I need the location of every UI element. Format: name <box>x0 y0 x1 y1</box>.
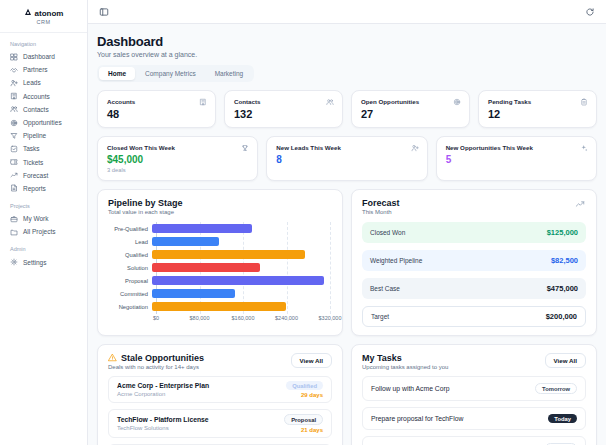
opportunity-company: TechFlow Solutions <box>117 425 209 431</box>
task-row[interactable]: Schedule demo with Horizon Labs Feb 25 <box>362 436 586 445</box>
stale-opportunity-row[interactable]: Acme Corp - Enterprise Plan Acme Corpora… <box>108 376 332 403</box>
kpi-row: Accounts 48 Contacts 132 Open Opportunit… <box>97 90 597 128</box>
stat-label: Closed Won This Week <box>107 144 248 151</box>
tab-marketing[interactable]: Marketing <box>206 67 253 80</box>
bar-solution[interactable] <box>152 263 260 272</box>
logo-icon <box>24 8 32 18</box>
forecast-card: Forecast This Month Closed Won $125,000 … <box>351 189 597 336</box>
x-tick-label: $80,000 <box>190 315 210 321</box>
bar-track <box>152 302 330 311</box>
chart-row-qualified: Qualified <box>108 248 332 261</box>
main-area: Dashboard Your sales overview at a glanc… <box>88 0 606 445</box>
sidebar-item-forecast[interactable]: Forecast <box>0 169 87 182</box>
sidebar-item-settings[interactable]: Settings <box>0 255 87 268</box>
tasks-view-all-button[interactable]: View All <box>545 353 586 368</box>
stale-title: Stale Opportunities <box>121 353 204 363</box>
stat-value: 8 <box>276 154 417 165</box>
ticket-icon <box>10 158 18 166</box>
kpi-value: 132 <box>234 108 333 120</box>
refresh-button[interactable] <box>584 6 596 18</box>
kpi-card-open-opportunities: Open Opportunities 27 <box>351 90 470 128</box>
sidebar-item-opportunities[interactable]: Opportunities <box>0 116 87 129</box>
chart-row-lead: Lead <box>108 235 332 248</box>
stale-view-all-button[interactable]: View All <box>291 353 332 368</box>
bar-lead[interactable] <box>152 237 219 246</box>
stat-value: 5 <box>446 154 587 165</box>
logo-text: atonom <box>35 9 64 18</box>
kpi-value: 27 <box>361 108 460 120</box>
tab-company-metrics[interactable]: Company Metrics <box>136 67 205 80</box>
topbar <box>88 0 606 24</box>
days-stale: 29 days <box>301 392 323 398</box>
bar-negotiation[interactable] <box>152 302 286 311</box>
sidebar-item-accounts[interactable]: Accounts <box>0 90 87 103</box>
stage-badge: Proposal <box>284 414 323 425</box>
forecast-row-weighted-pipeline: Weighted Pipeline $82,500 <box>362 250 586 271</box>
bottom-row: Stale Opportunities Deals with no activi… <box>97 344 597 445</box>
tasks-subtitle: Upcoming tasks assigned to you <box>362 364 448 370</box>
stale-subtitle: Deals with no activity for 14+ days <box>108 364 204 370</box>
trend-icon <box>10 171 18 179</box>
kpi-label: Open Opportunities <box>361 98 460 105</box>
bar-qualified[interactable] <box>152 250 305 259</box>
sidebar-item-leads[interactable]: Leads <box>0 76 87 89</box>
sidebar-item-tickets[interactable]: Tickets <box>0 156 87 169</box>
task-row[interactable]: Prepare proposal for TechFlow Today <box>362 407 586 430</box>
file-text-icon <box>10 184 18 192</box>
sidebar-item-all-projects[interactable]: All Projects <box>0 225 87 238</box>
building-icon <box>199 98 207 106</box>
users-icon <box>326 98 334 106</box>
tasks-list: Follow up with Acme Corp Tomorrow Prepar… <box>362 376 586 445</box>
sparkles-icon <box>580 144 588 152</box>
sidebar-item-my-work[interactable]: My Work <box>0 212 87 225</box>
bar-track <box>152 237 330 246</box>
forecast-row-value: $125,000 <box>547 228 578 237</box>
y-tick-label: Qualified <box>108 252 152 258</box>
sidebar-item-label: My Work <box>23 215 49 222</box>
stale-opportunity-row[interactable]: TechFlow - Platform License TechFlow Sol… <box>108 409 332 438</box>
bar-proposal[interactable] <box>152 276 324 285</box>
y-tick-label: Proposal <box>108 278 152 284</box>
task-row[interactable]: Follow up with Acme Corp Tomorrow <box>362 376 586 401</box>
chart-row-solution: Solution <box>108 261 332 274</box>
sidebar-item-tasks[interactable]: Tasks <box>0 142 87 155</box>
kpi-label: Pending Tasks <box>488 98 587 105</box>
forecast-row-label: Weighted Pipeline <box>370 257 422 264</box>
sidebar-item-pipeline[interactable]: Pipeline <box>0 129 87 142</box>
sidebar-item-contacts[interactable]: Contacts <box>0 103 87 116</box>
logo-subtitle: CRM <box>4 19 83 25</box>
forecast-row-target: Target $200,000 <box>362 306 586 327</box>
forecast-row-value: $82,500 <box>551 256 578 265</box>
bar-pre-qualified[interactable] <box>152 224 252 233</box>
chart-row-committed: Committed <box>108 287 332 300</box>
stage-badge: Qualified <box>286 381 323 390</box>
forecast-rows: Closed Won $125,000 Weighted Pipeline $8… <box>362 222 586 327</box>
task-due-badge: Today <box>548 414 577 423</box>
sidebar-item-label: Pipeline <box>23 132 46 139</box>
sidebar-item-reports[interactable]: Reports <box>0 182 87 195</box>
sidebar-toggle-button[interactable] <box>98 6 110 18</box>
stat-card-new-opportunities-this-week: New Opportunities This Week 5 <box>436 136 597 181</box>
my-tasks-card: My Tasks Upcoming tasks assigned to you … <box>351 344 597 445</box>
tab-home[interactable]: Home <box>99 67 135 80</box>
sidebar-item-partners[interactable]: Partners <box>0 63 87 76</box>
users-icon <box>10 105 18 113</box>
building-icon <box>10 92 18 100</box>
grid-icon <box>10 53 18 61</box>
stat-sub: 3 deals <box>107 167 248 173</box>
sidebar-item-dashboard[interactable]: Dashboard <box>0 50 87 63</box>
forecast-row-value: $200,000 <box>546 312 577 321</box>
trophy-icon <box>241 144 249 152</box>
sidebar: atonom CRM Navigation Dashboard Partners… <box>0 0 88 445</box>
x-tick-label: $320,000 <box>319 315 342 321</box>
bar-track <box>152 224 330 233</box>
y-tick-label: Negotiation <box>108 304 152 310</box>
stat-card-closed-won-this-week: Closed Won This Week $45,000 3 deals <box>97 136 258 181</box>
opportunity-name: Acme Corp - Enterprise Plan <box>117 382 209 389</box>
opportunity-name: TechFlow - Platform License <box>117 416 209 423</box>
bar-track <box>152 276 330 285</box>
kpi-value: 48 <box>107 108 206 120</box>
bar-committed[interactable] <box>152 289 235 298</box>
page-subtitle: Your sales overview at a glance. <box>97 51 597 58</box>
forecast-title: Forecast <box>362 198 400 208</box>
